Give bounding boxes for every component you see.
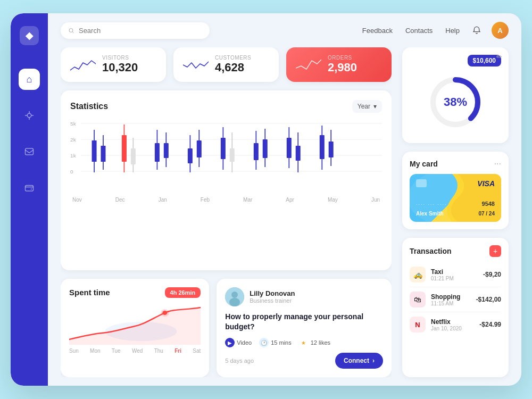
video-label: Video (237, 339, 252, 346)
svg-text:5k: 5k (70, 121, 76, 127)
nav-contacts[interactable]: Contacts (405, 27, 433, 35)
spent-time-card: Spent time 4h 26min (61, 279, 209, 377)
author-avatar (225, 287, 244, 306)
nav-feedback[interactable]: Feedback (362, 27, 393, 35)
customers-info: CUSTOMERS 4,628 (215, 55, 251, 74)
card-chip (416, 179, 427, 187)
svg-point-50 (229, 298, 240, 306)
donut-card: ✏ $10,600 (402, 47, 509, 143)
author-role: Business trainer (250, 297, 295, 304)
card-number-masked: ···· ··· ···· (416, 202, 447, 207)
card-brand: VISA (477, 179, 495, 188)
day-tue: Tue (112, 348, 121, 354)
stat-card-customers: CUSTOMERS 4,628 (173, 47, 279, 82)
sidebar-logo: ◆ (20, 26, 39, 45)
author-name: Lilly Donovan (250, 289, 295, 297)
day-sat: Sat (193, 348, 201, 354)
taxi-time: 01:21 PM (431, 276, 478, 281)
spent-days: Sun Mon Tue Wed Thu Fri Sat (69, 348, 201, 354)
donut-center: 38% (444, 95, 467, 109)
svg-rect-2 (26, 186, 34, 192)
netflix-name: Netflix (431, 318, 474, 326)
search-bar[interactable] (61, 22, 210, 39)
add-transaction-button[interactable]: + (489, 245, 501, 257)
connect-button[interactable]: Connect › (335, 353, 383, 369)
transaction-section: Transaction + 🚕 Taxi 01:21 PM -$9,20 🛍 (402, 238, 509, 377)
svg-rect-20 (131, 148, 136, 164)
month-jun: Jun (371, 197, 380, 203)
visitors-label: VISITORS (102, 55, 138, 61)
video-icon: ▶ (225, 338, 235, 347)
edit-icon[interactable]: ✏ (496, 53, 502, 61)
search-input[interactable] (79, 27, 202, 35)
transaction-title: Transaction (410, 247, 452, 255)
transaction-netflix: N Netflix Jan 10, 2020 -$24.99 (410, 312, 501, 337)
sidebar-item-home[interactable]: ⌂ (19, 69, 40, 90)
card-holder-name: Alex Smith (416, 211, 444, 217)
likes-label: 12 likes (311, 339, 330, 346)
shopping-info: Shopping 11:15 AM (431, 293, 471, 306)
svg-rect-42 (320, 135, 325, 159)
month-nov: Nov (72, 197, 82, 203)
day-wed: Wed (132, 348, 143, 354)
svg-rect-18 (122, 135, 127, 162)
sidebar-item-wallet[interactable] (19, 177, 40, 198)
chart-header: Statistics Year ▾ (70, 100, 382, 113)
meta-likes: ★ 12 likes (299, 338, 330, 347)
sidebar: ◆ ⌂ (11, 13, 48, 386)
visitors-sparkline (70, 55, 96, 74)
candlestick-chart: 5k 2k 1k 0 (70, 119, 382, 194)
month-dec: Dec (115, 197, 125, 203)
taxi-info: Taxi 01:21 PM (431, 268, 478, 281)
left-panel: VISITORS 10,320 CUSTOMERS 4,628 (61, 47, 392, 377)
year-dropdown[interactable]: Year ▾ (352, 100, 382, 113)
star-icon: ★ (299, 338, 309, 347)
sidebar-item-message[interactable] (19, 141, 40, 162)
sidebar-item-chart[interactable] (19, 105, 40, 126)
my-card-header: My card ··· (410, 159, 501, 169)
day-fri: Fri (174, 348, 181, 354)
netflix-amount: -$24.99 (479, 321, 501, 328)
svg-rect-28 (197, 140, 202, 157)
dropdown-chevron-icon: ▾ (373, 103, 377, 110)
spent-line-chart (69, 302, 201, 345)
year-label: Year (358, 103, 370, 110)
svg-rect-16 (101, 146, 105, 162)
svg-rect-40 (296, 146, 301, 161)
transaction-header: Transaction + (410, 245, 501, 257)
day-mon: Mon (90, 348, 100, 354)
nav-help[interactable]: Help (445, 27, 460, 35)
orders-value: 2,980 (328, 61, 357, 74)
shopping-name: Shopping (431, 293, 471, 301)
search-icon (68, 27, 74, 34)
my-card-section: My card ··· VISA ···· ··· ···· 9548 (402, 152, 509, 229)
article-date: 5 days ago (225, 358, 254, 364)
orders-label: ORDERS (328, 55, 357, 61)
shopping-icon: 🛍 (410, 292, 426, 307)
day-sun: Sun (69, 348, 79, 354)
clock-icon: 🕐 (259, 338, 269, 347)
main-content: Feedback Contacts Help A (48, 13, 521, 386)
transaction-shopping: 🛍 Shopping 11:15 AM -$142,00 (410, 287, 501, 312)
author-info: Lilly Donovan Business trainer (250, 289, 295, 304)
svg-rect-30 (221, 138, 226, 159)
svg-rect-26 (188, 148, 193, 163)
more-options-icon[interactable]: ··· (494, 159, 501, 169)
transaction-taxi: 🚕 Taxi 01:21 PM -$9,20 (410, 262, 501, 287)
netflix-date: Jan 10, 2020 (431, 326, 474, 331)
month-may: May (328, 197, 338, 203)
taxi-icon: 🚕 (410, 267, 426, 282)
taxi-name: Taxi (431, 268, 478, 276)
user-avatar[interactable]: A (492, 22, 509, 39)
svg-rect-22 (155, 143, 160, 162)
svg-rect-38 (287, 138, 292, 158)
connect-label: Connect (344, 357, 369, 364)
notification-bell[interactable] (468, 22, 485, 39)
netflix-icon: N (410, 317, 426, 332)
shopping-amount: -$142,00 (476, 296, 501, 303)
header: Feedback Contacts Help A (48, 13, 521, 47)
svg-rect-34 (254, 143, 259, 160)
header-icons: A (468, 22, 509, 39)
svg-rect-32 (230, 148, 235, 162)
article-meta: ▶ Video 🕐 15 mins ★ 12 likes (225, 338, 383, 347)
